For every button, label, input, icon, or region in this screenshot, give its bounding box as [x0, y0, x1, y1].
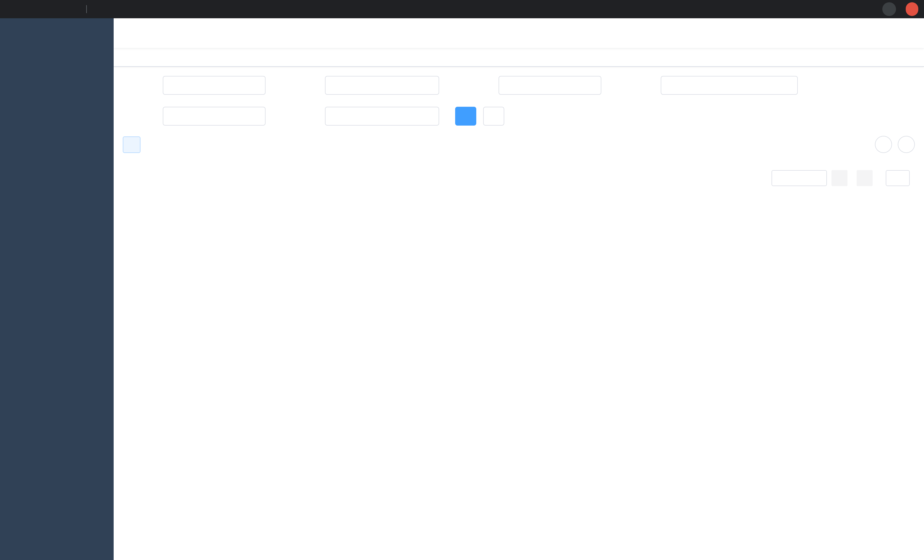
- reset-button[interactable]: [483, 107, 504, 126]
- next-page-button[interactable]: [856, 170, 873, 186]
- incognito-icon: [882, 2, 896, 16]
- page-content: [114, 67, 924, 560]
- key-icon[interactable]: [841, 1, 857, 17]
- refresh-table-button[interactable]: [898, 136, 915, 153]
- browser-actions: [841, 1, 918, 17]
- sidebar-menu: [0, 47, 114, 560]
- filter-form: [123, 75, 915, 126]
- process-id-input-wrap: [325, 76, 439, 95]
- user-menu[interactable]: [890, 23, 915, 43]
- incognito-badge: [882, 2, 900, 16]
- reload-button[interactable]: [38, 1, 54, 17]
- fullscreen-button[interactable]: [844, 24, 863, 42]
- process-name-input[interactable]: [170, 81, 259, 90]
- back-button[interactable]: [6, 1, 22, 17]
- browser-chrome: [0, 0, 924, 18]
- result-select[interactable]: [325, 107, 439, 126]
- toggle-search-button[interactable]: [875, 136, 892, 153]
- status-select[interactable]: [163, 107, 266, 126]
- category-select[interactable]: [498, 76, 602, 95]
- header-search-button[interactable]: [783, 24, 801, 42]
- bookmark-star-icon[interactable]: [861, 1, 877, 17]
- github-link[interactable]: [804, 24, 822, 42]
- tags-bar: [114, 48, 924, 67]
- app-logo[interactable]: [0, 18, 114, 47]
- sidebar: [0, 18, 114, 560]
- search-button[interactable]: [455, 107, 476, 126]
- pagination: [123, 170, 915, 186]
- submit-time-range[interactable]: [661, 76, 798, 95]
- browser-home-button[interactable]: [54, 1, 70, 17]
- page-size-select[interactable]: [771, 170, 827, 186]
- jump-page-input[interactable]: [886, 170, 910, 186]
- process-name-input-wrap: [163, 76, 266, 95]
- create-process-button[interactable]: [123, 136, 141, 153]
- update-button[interactable]: [906, 2, 918, 16]
- browser-window: [0, 0, 924, 560]
- table-toolbar: [123, 136, 915, 153]
- navbar-actions: [783, 23, 915, 43]
- prev-page-button[interactable]: [831, 170, 848, 186]
- right-toolbar: [875, 136, 915, 153]
- forward-button[interactable]: [22, 1, 38, 17]
- page-jump: [882, 170, 914, 186]
- help-button[interactable]: [824, 24, 842, 42]
- font-size-button[interactable]: [865, 24, 884, 42]
- address-divider: [86, 5, 87, 13]
- process-id-input[interactable]: [332, 81, 432, 90]
- address-bar[interactable]: [78, 5, 841, 13]
- avatar: [890, 23, 913, 43]
- top-navbar: [114, 18, 924, 48]
